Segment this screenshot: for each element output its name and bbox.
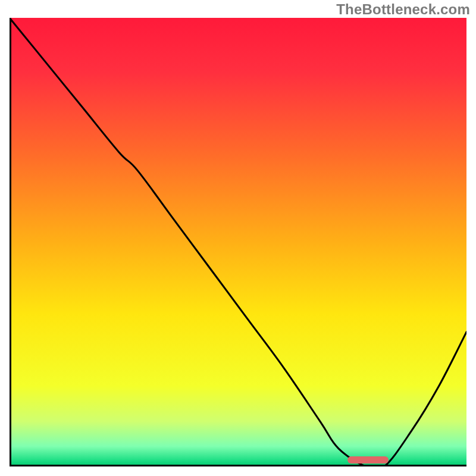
optimum-range-marker — [347, 456, 389, 464]
watermark-text: TheBottleneck.com — [336, 1, 470, 18]
bottleneck-curve — [10, 18, 466, 466]
x-axis-line — [10, 465, 466, 466]
bottleneck-chart: TheBottleneck.com — [0, 0, 476, 476]
plot-area — [10, 18, 466, 466]
y-axis-line — [10, 18, 11, 466]
